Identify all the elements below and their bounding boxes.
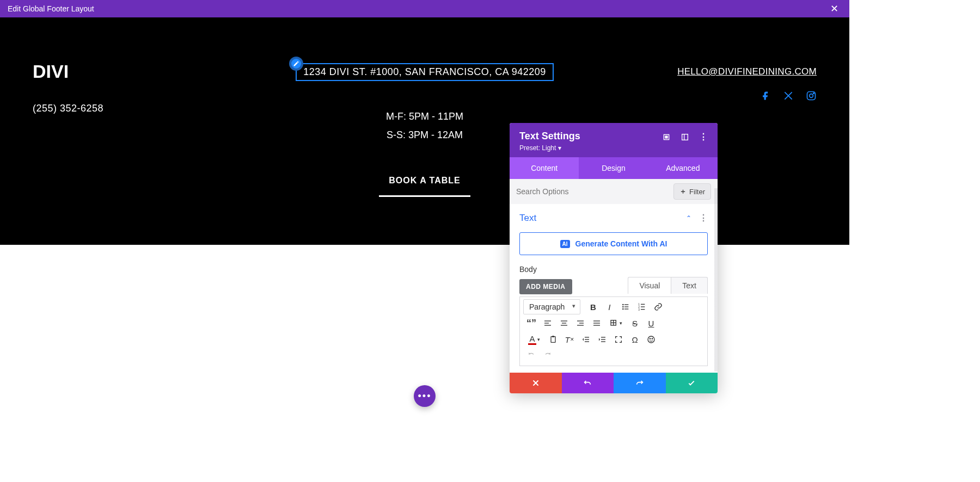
redo-button[interactable]: [614, 373, 666, 393]
brand-logo: DIVI: [33, 61, 253, 82]
svg-rect-40: [601, 339, 605, 339]
omega-icon[interactable]: Ω: [627, 332, 643, 347]
svg-rect-23: [562, 323, 566, 323]
paragraph-select[interactable]: Paragraph: [523, 299, 580, 314]
svg-rect-18: [641, 309, 645, 310]
svg-point-7: [622, 304, 624, 306]
panel-tabs: Content Design Advanced: [510, 157, 718, 179]
emoji-icon[interactable]: [643, 332, 659, 347]
footer-preview: DIVI (255) 352-6258 1234 DIVI ST. #1000,…: [0, 17, 849, 245]
filter-button[interactable]: ＋ Filter: [673, 183, 711, 200]
tab-content[interactable]: Content: [510, 157, 579, 179]
generate-ai-button[interactable]: AI Generate Content With AI: [519, 232, 708, 255]
underline-icon[interactable]: U: [643, 316, 659, 331]
svg-rect-4: [665, 136, 667, 138]
bullet-list-icon[interactable]: [617, 299, 634, 314]
svg-point-44: [652, 338, 652, 339]
svg-rect-10: [624, 306, 628, 307]
align-left-icon[interactable]: [540, 316, 556, 331]
bold-icon[interactable]: B: [585, 299, 601, 314]
svg-rect-39: [601, 337, 605, 337]
svg-rect-37: [585, 339, 589, 339]
social-icons: [596, 90, 817, 101]
close-icon[interactable]: ✕: [827, 3, 842, 15]
ai-badge-icon: AI: [560, 240, 570, 248]
fullscreen-icon[interactable]: [610, 332, 627, 347]
text-settings-panel[interactable]: Text Settings Preset: Light ▾ ⋮ Content …: [510, 123, 718, 393]
svg-rect-24: [561, 325, 567, 325]
chevron-up-icon[interactable]: ⌃: [686, 214, 691, 222]
add-media-button[interactable]: ADD MEDIA: [519, 279, 572, 294]
x-twitter-icon[interactable]: [783, 90, 794, 101]
tab-visual[interactable]: Visual: [628, 277, 671, 294]
paste-icon[interactable]: [545, 332, 561, 347]
undo-editor-icon[interactable]: [523, 348, 540, 363]
address-text: 1234 DIVI ST. #1000, SAN FRANCISCO, CA 9…: [303, 66, 546, 77]
svg-rect-36: [585, 337, 589, 337]
svg-rect-29: [593, 323, 600, 323]
svg-rect-14: [641, 304, 645, 305]
clear-format-icon[interactable]: T✕: [561, 332, 578, 347]
facebook-icon[interactable]: [760, 90, 771, 101]
svg-point-2: [813, 93, 814, 94]
link-icon[interactable]: [650, 299, 666, 314]
editor-toolbar: Paragraph B I 123 “” ▾ S U A ▾ T✕ Ω: [519, 296, 708, 366]
cancel-button[interactable]: [510, 373, 562, 393]
redo-editor-icon[interactable]: [540, 348, 556, 363]
number-list-icon[interactable]: 123: [634, 299, 650, 314]
search-input[interactable]: [516, 187, 673, 196]
tab-text[interactable]: Text: [671, 277, 708, 294]
book-table-button[interactable]: BOOK A TABLE: [379, 176, 470, 197]
panel-preset[interactable]: Preset: Light ▾: [519, 144, 580, 152]
svg-rect-19: [544, 320, 551, 321]
pencil-icon[interactable]: [289, 57, 303, 71]
expand-icon[interactable]: [662, 133, 671, 143]
undo-button[interactable]: [562, 373, 614, 393]
svg-rect-22: [561, 320, 567, 321]
svg-rect-35: [552, 336, 554, 337]
visual-text-tabs: Visual Text: [628, 277, 708, 294]
svg-rect-21: [544, 325, 551, 325]
svg-rect-8: [624, 304, 628, 305]
tab-advanced[interactable]: Advanced: [648, 157, 718, 179]
more-icon[interactable]: ⋮: [699, 133, 708, 141]
svg-point-42: [648, 336, 654, 343]
instagram-icon[interactable]: [806, 90, 817, 101]
svg-point-43: [650, 338, 650, 339]
outdent-icon[interactable]: [578, 332, 594, 347]
panel-header[interactable]: Text Settings Preset: Light ▾ ⋮: [510, 123, 718, 157]
indent-icon[interactable]: [594, 332, 610, 347]
plus-icon: ＋: [679, 187, 687, 196]
footer-col-left: DIVI (255) 352-6258: [33, 45, 253, 223]
layout-icon[interactable]: [681, 133, 689, 143]
svg-rect-26: [579, 323, 584, 323]
svg-rect-30: [593, 325, 600, 325]
strike-icon[interactable]: S: [627, 316, 643, 331]
tab-design[interactable]: Design: [579, 157, 648, 179]
top-bar: Edit Global Footer Layout ✕: [0, 0, 849, 17]
panel-actions: [510, 373, 718, 393]
table-icon[interactable]: ▾: [605, 316, 627, 331]
section-text[interactable]: Text ⌃ ⋮: [510, 204, 718, 229]
search-row: ＋ Filter: [510, 179, 718, 204]
phone-text: (255) 352-6258: [33, 103, 253, 114]
svg-point-11: [622, 308, 624, 310]
fab-more-icon[interactable]: •••: [414, 385, 436, 407]
svg-rect-20: [544, 323, 549, 323]
panel-title: Text Settings: [519, 131, 580, 142]
italic-icon[interactable]: I: [601, 299, 617, 314]
align-justify-icon[interactable]: [589, 316, 605, 331]
svg-rect-34: [551, 337, 555, 343]
section-more-icon[interactable]: ⋮: [699, 214, 708, 223]
section-title: Text: [519, 213, 536, 224]
align-center-icon[interactable]: [556, 316, 572, 331]
text-color-icon[interactable]: A ▾: [523, 332, 545, 347]
align-right-icon[interactable]: [572, 316, 589, 331]
email-link[interactable]: HELLO@DIVIFINEDINING.COM: [596, 66, 817, 77]
svg-rect-5: [682, 134, 688, 140]
filter-label: Filter: [689, 188, 705, 196]
address-editable[interactable]: 1234 DIVI ST. #1000, SAN FRANCISCO, CA 9…: [296, 63, 554, 81]
quote-icon[interactable]: “”: [523, 316, 540, 331]
svg-rect-38: [585, 341, 589, 342]
confirm-button[interactable]: [666, 373, 718, 393]
